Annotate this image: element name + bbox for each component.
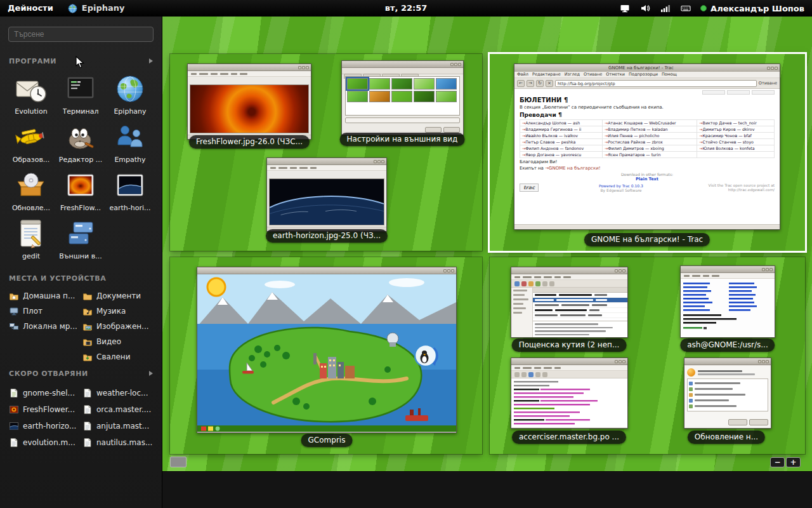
window-caption: ash@GNOME:/usr/s... bbox=[680, 338, 775, 352]
recent-item[interactable]: earth-horizo... bbox=[9, 418, 82, 434]
menu-help[interactable]: Помощ bbox=[662, 72, 677, 77]
place-music[interactable]: Музика bbox=[82, 304, 156, 319]
menu-bookmarks[interactable]: Отметки bbox=[606, 72, 625, 77]
window-controls-icons bbox=[767, 67, 778, 70]
window-controls-icons bbox=[298, 66, 309, 69]
app-item-terminal[interactable]: Терминал bbox=[56, 71, 105, 119]
workspace-4[interactable]: Пощенска кутия (2 неп... ash@GNOME:/usr/… bbox=[490, 257, 805, 454]
app-menu-label: Epiphany bbox=[82, 0, 125, 17]
app-item-gimp[interactable]: Редактор ... bbox=[56, 119, 105, 168]
translators-table: →Александър Шопов — ash →Атанас Кошарев … bbox=[520, 119, 775, 158]
window-epiphany-trac[interactable]: GNOME на български! - Trac Файл Редактир… bbox=[514, 64, 780, 230]
window-gedit-po-file[interactable] bbox=[511, 358, 628, 429]
recent-item[interactable]: evolution.m... bbox=[9, 434, 82, 451]
app-label: Epiphany bbox=[114, 107, 146, 116]
downloads-folder-icon bbox=[82, 352, 93, 362]
go-button[interactable]: Отиване bbox=[759, 81, 777, 86]
recent-item[interactable]: weather-loc... bbox=[82, 385, 156, 401]
gcompris-plane-icon bbox=[13, 119, 49, 155]
workspace-3-content bbox=[170, 257, 482, 454]
app-menu-button[interactable]: Epiphany bbox=[61, 0, 131, 17]
dialog-buttons-placeholder bbox=[728, 419, 768, 425]
recent-item[interactable]: gnome-shel... bbox=[9, 385, 82, 401]
app-item-gcompris[interactable]: Образов... bbox=[6, 119, 56, 168]
window-caption: FreshFlower.jpg-26.0 (ЧЗС... bbox=[189, 135, 310, 149]
place-desktop[interactable]: Плот bbox=[9, 304, 82, 319]
menubar-placeholder bbox=[267, 165, 386, 171]
place-documents[interactable]: Документи bbox=[82, 288, 156, 304]
programs-expand-arrow-icon[interactable] bbox=[149, 58, 153, 64]
remove-workspace-button[interactable]: − bbox=[770, 457, 785, 467]
place-pictures[interactable]: Изображен... bbox=[82, 319, 156, 334]
menu-view[interactable]: Изглед bbox=[565, 72, 580, 77]
stop-icon[interactable]: × bbox=[546, 80, 553, 87]
terminal-output bbox=[681, 279, 775, 337]
workspace-2[interactable]: GNOME на български! - Trac Файл Редактир… bbox=[490, 54, 805, 251]
menu-edit[interactable]: Редактиране bbox=[532, 72, 561, 77]
workspace-3[interactable]: GCompris bbox=[170, 257, 482, 454]
search-input[interactable] bbox=[8, 27, 154, 42]
display-icon[interactable] bbox=[619, 3, 631, 14]
volume-icon[interactable] bbox=[639, 3, 651, 14]
app-item-software-update[interactable]: Обновле... bbox=[6, 168, 56, 216]
window-titlebar bbox=[342, 61, 463, 68]
add-workspace-button[interactable]: + bbox=[786, 457, 801, 467]
app-item-evolution[interactable]: Evolution bbox=[6, 71, 56, 119]
recent-item[interactable]: orca.master.... bbox=[82, 401, 156, 418]
epiphany-icon bbox=[112, 71, 148, 107]
recent-item[interactable]: nautilus.mas... bbox=[82, 434, 156, 451]
back-icon[interactable]: ← bbox=[517, 80, 525, 87]
app-item-earth-image[interactable]: earth-hori... bbox=[105, 168, 155, 216]
user-menu[interactable]: Александър Шопов bbox=[700, 4, 804, 13]
app-item-external-drives[interactable]: Външни в... bbox=[56, 216, 105, 264]
plain-text-link[interactable]: Plain Text bbox=[520, 177, 775, 182]
network-signal-icon[interactable] bbox=[660, 3, 671, 14]
address-bar[interactable]: http://fsa-bg.org/project/gtp bbox=[555, 80, 757, 87]
music-folder-icon bbox=[82, 306, 93, 316]
recent-expand-arrow-icon[interactable] bbox=[149, 371, 153, 376]
window-gcompris[interactable] bbox=[197, 267, 457, 433]
epiphany-globe-icon bbox=[67, 3, 79, 14]
keyboard-icon[interactable] bbox=[680, 3, 691, 14]
clock[interactable]: вт, 22:57 bbox=[385, 0, 428, 17]
window-controls-icons bbox=[374, 160, 384, 163]
team-link[interactable]: →GNOME на български! bbox=[545, 166, 600, 171]
place-videos[interactable]: Видео bbox=[82, 334, 156, 349]
app-item-empathy[interactable]: Empathy bbox=[105, 119, 155, 168]
activities-button[interactable]: Дейности bbox=[0, 0, 61, 17]
app-label: Външни в... bbox=[59, 252, 102, 260]
window-caption: Настройки на външния вид bbox=[340, 133, 465, 146]
recent-item[interactable]: anjuta.mast... bbox=[82, 418, 156, 434]
table-row: →Ивайло Вълков — ivalkov →Илия Пенев — p… bbox=[520, 133, 775, 139]
place-local-network[interactable]: Локална мр... bbox=[9, 319, 82, 334]
place-home[interactable]: Домашна п... bbox=[9, 288, 82, 304]
page-top-nav-placeholder bbox=[520, 90, 775, 96]
forward-icon[interactable]: → bbox=[527, 80, 534, 87]
empathy-icon bbox=[112, 119, 148, 155]
app-label: earth-hori... bbox=[109, 204, 150, 212]
window-software-update[interactable] bbox=[684, 358, 771, 429]
page-intro: В секция „Бюлетини“ са периодичните съоб… bbox=[520, 105, 775, 110]
menu-tabs[interactable]: Подпрозорци bbox=[629, 72, 658, 77]
text-file-icon bbox=[82, 421, 93, 431]
window-controls-icons bbox=[615, 360, 625, 363]
window-freshflower-gimp[interactable] bbox=[187, 64, 311, 140]
window-evolution-mail[interactable] bbox=[511, 267, 628, 338]
window-terminal[interactable] bbox=[680, 265, 775, 338]
recent-item[interactable]: FreshFlower... bbox=[9, 401, 82, 418]
app-item-freshflower-image[interactable]: FreshFlow... bbox=[56, 168, 105, 216]
app-item-gedit[interactable]: gedit bbox=[6, 216, 56, 264]
workspace-drag-handle[interactable] bbox=[170, 457, 187, 467]
place-downloads[interactable]: Свалени bbox=[82, 349, 156, 364]
window-earth-horizon-gimp[interactable] bbox=[266, 157, 387, 232]
images-folder-icon bbox=[82, 321, 93, 331]
menu-go[interactable]: Отиване bbox=[584, 72, 602, 77]
po-file-text bbox=[511, 378, 627, 427]
window-appearance-settings[interactable] bbox=[341, 60, 464, 135]
reload-icon[interactable]: ↻ bbox=[536, 80, 544, 87]
toolbar-placeholder bbox=[511, 371, 627, 378]
app-item-epiphany[interactable]: Epiphany bbox=[105, 71, 155, 119]
place-label: Плот bbox=[23, 307, 43, 316]
menu-file[interactable]: Файл bbox=[517, 72, 528, 77]
workspace-1[interactable]: FreshFlower.jpg-26.0 (ЧЗС... Настройки н… bbox=[170, 54, 482, 251]
